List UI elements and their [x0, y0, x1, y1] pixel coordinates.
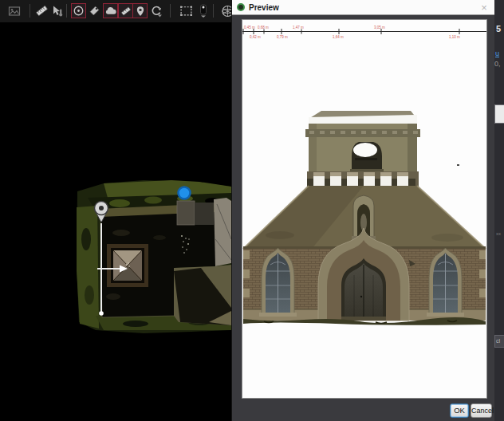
cloud-icon: [104, 5, 116, 17]
dialog-titlebar[interactable]: Preview ×: [232, 0, 494, 15]
ruler-label: 1,64 m: [333, 35, 344, 39]
panel-value-fragment: 0,: [494, 60, 501, 68]
image-icon: [8, 5, 21, 18]
rotate-dropdown-icon: [149, 4, 163, 18]
panel-small-label: xx: [496, 231, 501, 236]
map-pin-icon: [135, 6, 146, 17]
cloud-button[interactable]: [103, 3, 118, 18]
slider-dropdown-icon: [197, 4, 210, 18]
preview-image-area: 0,45 m 0,42 m 0,68 m 0,79 m 1,47 m 1,64 …: [242, 19, 487, 399]
ruler-label: 0,68 m: [258, 26, 269, 30]
measurement-endpoint[interactable]: [99, 311, 104, 316]
ortho-preview: 0,45 m 0,42 m 0,68 m 0,79 m 1,47 m 1,64 …: [242, 20, 486, 398]
circle-target-button[interactable]: [71, 3, 86, 18]
pointcloud-tower: [107, 244, 148, 287]
toolbar-separator: [66, 4, 67, 18]
cursor-temperature-icon: [51, 5, 64, 18]
panel-link-fragment[interactable]: u: [495, 49, 499, 57]
panel-number-fragment: 5: [496, 24, 501, 33]
panel-button-fragment[interactable]: cl: [494, 335, 504, 348]
application-window: 5 u 0, xx cl Preview ×: [0, 0, 504, 421]
ruler-label: 1,47 m: [293, 26, 304, 30]
preview-app-icon: [237, 3, 245, 11]
pick-point-button[interactable]: [49, 3, 65, 18]
ruler-label: 0,45 m: [244, 26, 255, 30]
scan-position-marker[interactable]: [179, 187, 191, 199]
ruler-label: 0,42 m: [250, 35, 261, 39]
small-ruler-icon: [120, 6, 132, 17]
selection-rectangle-icon: [179, 4, 193, 18]
small-ruler-button[interactable]: [118, 3, 133, 18]
stray-point: [457, 164, 459, 166]
circle-target-icon: [73, 5, 85, 17]
cancel-button[interactable]: Cancel: [471, 403, 492, 418]
measure-button[interactable]: [34, 3, 49, 18]
panel-input-fragment[interactable]: [494, 104, 504, 124]
selection-rectangle-button[interactable]: [179, 3, 194, 18]
ok-button[interactable]: OK: [450, 403, 469, 418]
close-icon[interactable]: ×: [478, 2, 490, 13]
image-button[interactable]: [6, 3, 22, 18]
toolbar-separator: [170, 4, 171, 18]
ruler-label: 1,10 m: [449, 35, 460, 39]
ruler-label: 0,79 m: [277, 35, 288, 39]
toolbar-separator: [213, 4, 214, 18]
pointcloud-scene: [0, 22, 231, 421]
pointcloud-viewport[interactable]: [0, 22, 231, 421]
church-tower: [305, 111, 420, 173]
ruler-label: 3,05 m: [374, 26, 385, 30]
dialog-footer: OK Cancel: [232, 400, 494, 421]
pin-button[interactable]: [132, 3, 148, 18]
right-sidebar: 5 u 0, xx cl: [494, 0, 504, 421]
rotate-button[interactable]: [148, 3, 163, 18]
dialog-title: Preview: [249, 3, 279, 12]
tag-icon: [89, 5, 100, 17]
view-slider-button[interactable]: [195, 3, 211, 18]
toolbar-separator: [30, 4, 30, 18]
tag-button[interactable]: [87, 3, 102, 18]
measure-ruler-icon: [35, 4, 49, 18]
preview-dialog: Preview ×: [231, 0, 494, 421]
